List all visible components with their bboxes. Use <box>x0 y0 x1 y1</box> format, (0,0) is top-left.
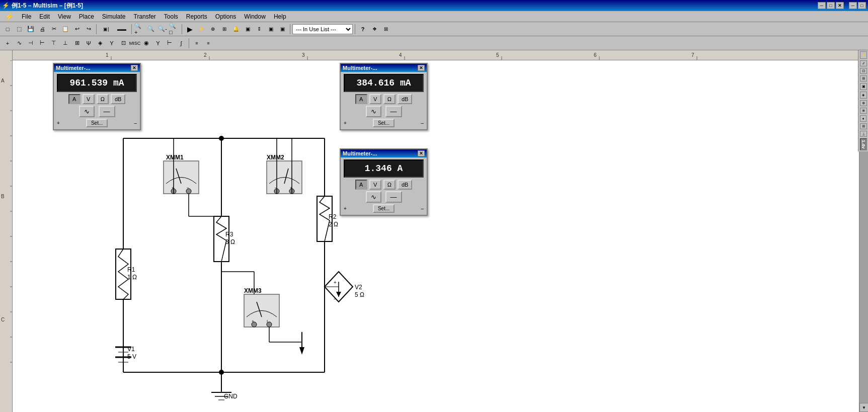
tb-print[interactable]: 🖨 <box>37 24 48 35</box>
mm3-close-button[interactable]: ✕ <box>418 150 425 156</box>
tb2-junction[interactable]: ⊢ <box>37 38 48 49</box>
canvas-area[interactable]: R1 1 Ω R3 3 Ω R2 2 Ω <box>13 60 859 412</box>
ip-btn-5[interactable]: ▣ <box>860 83 867 90</box>
mm2-set-button[interactable]: Set... <box>373 119 394 127</box>
ip-btn-10[interactable]: ⊞ <box>860 123 867 129</box>
mm1-btn-ohm[interactable]: Ω <box>97 94 109 104</box>
in-use-list-dropdown[interactable]: --- In Use List --- <box>292 24 353 34</box>
tb2-probe[interactable]: ◉ <box>141 38 152 49</box>
ip-btn-1[interactable]: ⚡ <box>860 51 867 59</box>
tb-spreadsheet[interactable]: ▬▬ <box>114 24 129 35</box>
tb-zoom-in-area[interactable]: 🔍+ <box>134 24 145 35</box>
ip-btn-7[interactable]: ⊕ <box>860 100 867 106</box>
sub-minimize-button[interactable]: ─ <box>849 2 857 9</box>
menu-options[interactable]: Options <box>211 12 240 21</box>
mm2-btn-v[interactable]: V <box>369 94 381 104</box>
ip-btn-2[interactable]: ∿ <box>860 60 867 66</box>
ip-btn-3[interactable]: ⊡ <box>860 68 867 74</box>
menu-transfer[interactable]: Transfer <box>130 12 160 21</box>
tb-postproc[interactable]: ⊞ <box>219 24 230 35</box>
mm1-titlebar[interactable]: Multimeter-... ✕ <box>54 64 140 72</box>
tb-zoom-in[interactable]: 🔍 <box>145 24 156 35</box>
mm3-btn-a[interactable]: A <box>355 180 367 190</box>
menu-reports[interactable]: Reports <box>182 12 211 21</box>
ip-btn-11[interactable]: ⊣ <box>860 131 867 137</box>
sub-maximize-button[interactable]: □ <box>858 2 866 9</box>
tb2-spread2[interactable]: ≡ <box>203 38 214 49</box>
mm1-set-button[interactable]: Set... <box>86 119 108 127</box>
tb2-hierlabel[interactable]: ◈ <box>95 38 106 49</box>
mm1-btn-db[interactable]: dB <box>111 94 125 104</box>
tb-design-toolbox[interactable]: ▣| <box>99 24 114 35</box>
menu-place[interactable]: Place <box>75 12 98 21</box>
mm1-btn-a[interactable]: A <box>68 94 81 104</box>
mm2-close-button[interactable]: ✕ <box>418 65 425 71</box>
tb2-measure[interactable]: ⊢ <box>164 38 175 49</box>
tb-netlist[interactable]: 🔔 <box>230 24 242 35</box>
menu-simulate[interactable]: Simulate <box>98 12 130 21</box>
mm1-close-button[interactable]: ✕ <box>131 65 138 71</box>
mm3-titlebar[interactable]: Multimeter-... ✕ <box>341 149 427 157</box>
tb2-misc[interactable]: MISC <box>129 38 140 49</box>
mm2-wave-dc[interactable]: — <box>385 106 402 117</box>
ip-btn-8[interactable]: ⊗ <box>860 108 867 114</box>
tb2-text[interactable]: Y <box>106 38 117 49</box>
mm3-set-button[interactable]: Set... <box>373 204 394 213</box>
mm2-btn-db[interactable]: dB <box>398 94 412 104</box>
mm3-btn-ohm[interactable]: Ω <box>383 180 396 190</box>
mm1-btn-v[interactable]: V <box>83 94 95 104</box>
tb-new[interactable]: □ <box>2 24 13 35</box>
tb2-power[interactable]: ⊞ <box>71 38 83 49</box>
tb-undo[interactable]: ↩ <box>71 24 83 35</box>
tb2-integral[interactable]: ∫ <box>176 38 187 49</box>
tb-ni[interactable]: ❖ <box>369 24 380 35</box>
mm2-titlebar[interactable]: Multimeter-... ✕ <box>341 64 427 72</box>
mm2-btn-ohm[interactable]: Ω <box>383 94 396 104</box>
mm3-btn-v[interactable]: V <box>369 180 381 190</box>
tb-sim[interactable]: ⚡ <box>196 24 207 35</box>
tb2-bus[interactable]: ⊣ <box>25 38 36 49</box>
mm1-wave-dc[interactable]: — <box>99 106 115 117</box>
ip-btn-9[interactable]: ♦ <box>860 115 866 122</box>
tb-forward[interactable]: ▣ <box>277 24 288 35</box>
tb-extra[interactable]: ⊞ <box>380 24 391 35</box>
maximize-button[interactable]: □ <box>827 2 835 9</box>
mm3-btn-db[interactable]: dB <box>398 180 412 190</box>
mm3-wave-ac[interactable]: ∿ <box>366 191 381 203</box>
menu-edit[interactable]: Edit <box>35 12 54 21</box>
tb-electrical[interactable]: ▣ <box>242 24 253 35</box>
menu-window[interactable]: Window <box>240 12 270 21</box>
mm2-wave-ac[interactable]: ∿ <box>366 106 381 117</box>
mm2-btn-a[interactable]: A <box>355 94 367 104</box>
ip-btn-6[interactable]: ◈ <box>860 92 867 99</box>
close-button[interactable]: ✕ <box>836 2 844 9</box>
menu-tools[interactable]: Tools <box>160 12 182 21</box>
tb2-graphic[interactable]: ⊡ <box>118 38 129 49</box>
menu-help[interactable]: Help <box>270 12 290 21</box>
tb-open[interactable]: ⬚ <box>14 24 25 35</box>
tb-zoom-out[interactable]: 🔍- <box>157 24 168 35</box>
mm3-wave-dc[interactable]: — <box>385 191 402 203</box>
menu-view[interactable]: View <box>54 12 75 21</box>
tb-copy[interactable]: 📋 <box>60 24 71 35</box>
tb2-graph[interactable]: Y <box>152 38 164 49</box>
mm1-wave-ac[interactable]: ∿ <box>79 106 95 117</box>
tb-annotate[interactable]: ⇕ <box>254 24 265 35</box>
tb2-wire[interactable]: ∿ <box>14 38 25 49</box>
menu-file[interactable]: File <box>18 12 35 21</box>
tb-analysis[interactable]: ⊕ <box>207 24 218 35</box>
tb2-select[interactable]: + <box>2 38 13 49</box>
tb2-component[interactable]: Ψ <box>83 38 94 49</box>
tb2-spread1[interactable]: ≡ <box>191 38 202 49</box>
scroll-down-button[interactable]: ▼ <box>859 403 868 412</box>
tb2-netlabel[interactable]: ⊥ <box>60 38 71 49</box>
tb-save[interactable]: 💾 <box>25 24 36 35</box>
ip-btn-4[interactable]: ⊞ <box>860 75 867 81</box>
minimize-button[interactable]: ─ <box>818 2 826 9</box>
tb-help[interactable]: ? <box>357 24 368 35</box>
tb-cut[interactable]: ✂ <box>48 24 59 35</box>
tb2-noconnect[interactable]: ⊤ <box>48 38 59 49</box>
tb-back[interactable]: ▣ <box>265 24 276 35</box>
tb-redo[interactable]: ↪ <box>83 24 94 35</box>
tb-run[interactable]: ▶ <box>184 24 195 35</box>
